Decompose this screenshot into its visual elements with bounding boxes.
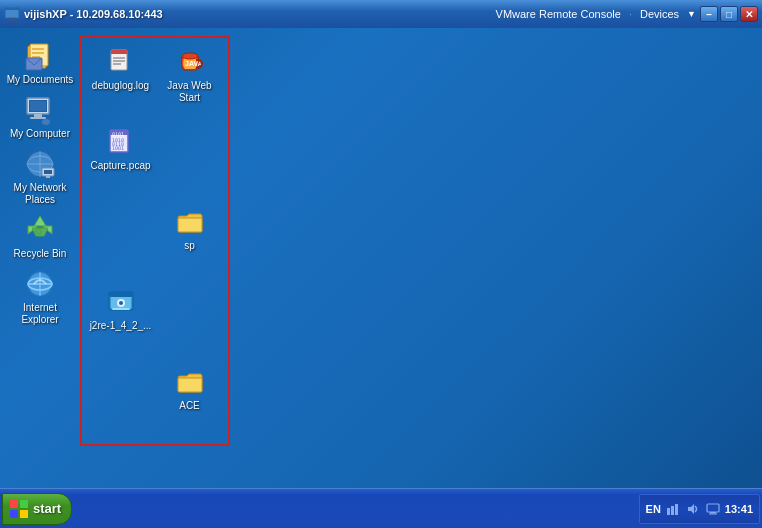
internet-explorer-icon: [24, 268, 56, 300]
j2re-label: j2re-1_4_2_...: [90, 320, 152, 332]
debuglog-label: debuglog.log: [92, 80, 149, 92]
svg-rect-1: [5, 8, 19, 10]
svg-rect-63: [709, 513, 717, 514]
menu-item-devices[interactable]: Devices: [634, 6, 685, 22]
java-web-start-label: Java Web Start: [157, 80, 222, 104]
recycle-bin-icon: ♻: [24, 214, 56, 246]
svg-rect-54: [10, 510, 18, 518]
svg-rect-21: [44, 170, 52, 174]
display-tray-icon[interactable]: [705, 501, 721, 517]
devices-arrow-icon: ▼: [687, 9, 696, 19]
svg-rect-12: [34, 114, 42, 117]
my-documents-label: My Documents: [7, 74, 74, 86]
file-icon-debuglog[interactable]: debuglog.log: [86, 42, 155, 122]
titlebar-menu: VMware Remote Console · Devices ▼: [490, 6, 696, 22]
system-clock: 13:41: [725, 503, 753, 515]
svg-rect-52: [10, 500, 18, 508]
start-button[interactable]: start: [2, 493, 72, 525]
svg-rect-55: [20, 510, 28, 518]
minimize-button[interactable]: –: [700, 6, 718, 22]
my-documents-icon: [24, 40, 56, 72]
svg-rect-61: [707, 504, 719, 512]
desktop-icon-my-documents[interactable]: My Documents: [4, 36, 76, 90]
svg-rect-44: [178, 218, 202, 232]
capture-icon: 0101 1010 0110 1001: [105, 126, 137, 158]
window-controls: – □ ✕: [700, 6, 758, 22]
desktop-icon-my-computer[interactable]: My Computer: [4, 90, 76, 144]
desktop-icon-recycle-bin[interactable]: ♻ Recycle Bin: [4, 210, 76, 264]
svg-rect-53: [20, 500, 28, 508]
svg-point-49: [119, 301, 123, 305]
svg-text:1001: 1001: [112, 145, 124, 151]
svg-point-15: [42, 119, 50, 125]
menu-item-vmware[interactable]: VMware Remote Console: [490, 6, 627, 22]
my-computer-label: My Computer: [10, 128, 70, 140]
desktop: My Documents My Computer: [0, 28, 762, 488]
system-tray: EN 13:41: [639, 494, 760, 524]
windows-logo-icon: [9, 499, 29, 519]
sp-folder-icon: [174, 206, 206, 238]
svg-rect-3: [7, 20, 17, 21]
recycle-bin-label: Recycle Bin: [14, 248, 67, 260]
my-network-icon: [24, 148, 56, 180]
file-icon-ace[interactable]: ACE: [155, 362, 224, 442]
svg-rect-51: [178, 378, 202, 392]
svg-rect-7: [32, 52, 44, 54]
internet-explorer-label: Internet Explorer: [6, 302, 74, 326]
titlebar-title: vijishXP - 10.209.68.10:443: [24, 8, 486, 20]
my-network-label: My Network Places: [6, 182, 74, 206]
titlebar-app-icon: [4, 6, 20, 22]
network-tray-icon[interactable]: [665, 501, 681, 517]
ace-folder-label: ACE: [179, 400, 200, 412]
svg-rect-56: [667, 508, 670, 515]
file-icon-sp[interactable]: sp: [155, 202, 224, 282]
start-label: start: [33, 501, 61, 516]
maximize-button[interactable]: □: [720, 6, 738, 22]
java-web-start-icon: JAVA: [174, 46, 206, 78]
desktop-icon-my-network-places[interactable]: My Network Places: [4, 144, 76, 210]
svg-text:♻: ♻: [34, 226, 43, 237]
ace-folder-icon: [174, 366, 206, 398]
file-area: debuglog.log JAVA Java Web Start: [80, 36, 230, 446]
svg-rect-13: [30, 117, 46, 119]
taskbar: start EN 13:41: [0, 488, 762, 528]
capture-label: Capture.pcap: [90, 160, 150, 172]
svg-rect-46: [109, 292, 133, 297]
svg-marker-23: [34, 216, 46, 226]
my-computer-icon: [24, 94, 56, 126]
volume-tray-icon[interactable]: [685, 501, 701, 517]
svg-rect-2: [9, 18, 15, 20]
svg-rect-59: [667, 503, 670, 507]
language-indicator: EN: [646, 503, 661, 515]
svg-rect-22: [46, 176, 50, 178]
svg-rect-57: [671, 506, 674, 515]
sp-folder-label: sp: [184, 240, 195, 252]
svg-rect-6: [32, 48, 44, 50]
desktop-icons-left: My Documents My Computer: [0, 28, 80, 330]
svg-rect-50: [112, 308, 130, 310]
svg-marker-60: [688, 504, 694, 514]
file-icon-java-web-start[interactable]: JAVA Java Web Start: [155, 42, 224, 122]
file-icon-capture[interactable]: 0101 1010 0110 1001 Capture.pcap: [86, 122, 155, 202]
desktop-icon-internet-explorer[interactable]: Internet Explorer: [4, 264, 76, 330]
close-button[interactable]: ✕: [740, 6, 758, 22]
svg-rect-58: [675, 504, 678, 515]
file-icon-j2re[interactable]: j2re-1_4_2_...: [86, 282, 155, 362]
svg-point-36: [182, 53, 198, 59]
svg-rect-14: [30, 101, 46, 111]
titlebar: vijishXP - 10.209.68.10:443 VMware Remot…: [0, 0, 762, 28]
j2re-icon: [105, 286, 137, 318]
debuglog-icon: [105, 46, 137, 78]
svg-rect-62: [710, 512, 716, 514]
